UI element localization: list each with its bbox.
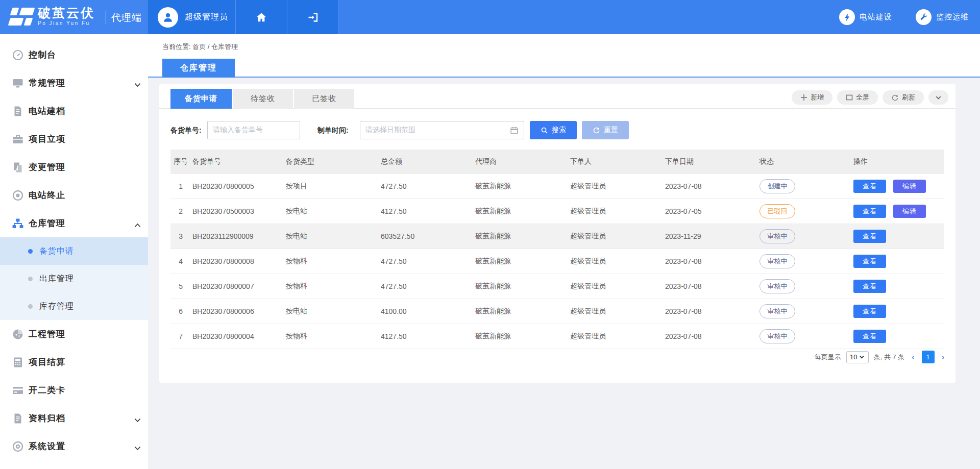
cell: 超级管理员 (567, 282, 662, 291)
username: 超级管理员 (185, 12, 228, 22)
stop-icon (12, 189, 24, 202)
tab-0[interactable]: 备货申请 (170, 89, 232, 109)
fullscreen-button[interactable]: 全屏 (837, 90, 878, 105)
col-header-2: 备货类型 (282, 157, 377, 166)
reset-icon (593, 127, 600, 134)
cell: 2023-07-08 (662, 282, 756, 290)
view-button[interactable]: 查看 (853, 180, 886, 193)
settings-icon (12, 440, 24, 453)
home-button[interactable] (235, 0, 287, 34)
chevron-down-icon (935, 94, 942, 101)
cell: 按物料 (282, 257, 377, 266)
cell: BH2023112900009 (189, 232, 282, 240)
cell: BH2023070800004 (189, 332, 282, 340)
nav-station-construction[interactable]: 电站建设 (839, 9, 892, 25)
reset-button[interactable]: 重置 (582, 121, 629, 139)
bolt-icon (839, 9, 855, 25)
topbar: 破茧云伏 Po Jian Yun Fu 代理端 超级管理员 电站建设 监控运维 (0, 0, 980, 34)
sidebar-item-7[interactable]: 工程管理 (0, 320, 148, 348)
table-row: 2BH2023070500003按电站4127.50破茧新能源超级管理员2023… (170, 199, 944, 224)
view-button[interactable]: 查看 (853, 205, 886, 218)
cell: BH2023070800008 (189, 257, 282, 265)
sidebar-item-9[interactable]: 开二类卡 (0, 376, 148, 404)
cell: 超级管理员 (567, 332, 662, 341)
briefcase-icon (12, 133, 24, 145)
dashboard-icon (12, 49, 24, 61)
view-button[interactable]: 查看 (853, 230, 886, 243)
cell: 超级管理员 (567, 232, 662, 241)
cell: 1 (170, 182, 189, 190)
nav-monitoring-ops[interactable]: 监控运维 (916, 9, 969, 25)
col-header-1: 备货单号 (189, 157, 282, 166)
submenu-item-1[interactable]: 出库管理 (0, 265, 148, 292)
table-header: 序号备货单号备货类型总金额代理商下单人下单日期状态操作 (170, 150, 944, 174)
per-page-select[interactable]: 10 (846, 351, 869, 363)
sidebar-item-11[interactable]: 系统设置 (0, 432, 148, 460)
cell: 按电站 (282, 207, 377, 216)
view-button[interactable]: 查看 (853, 255, 886, 268)
sidebar-item-5[interactable]: 电站终止 (0, 181, 148, 209)
search-button[interactable]: 搜索 (530, 121, 577, 139)
col-header-0: 序号 (170, 157, 189, 166)
sidebar-item-1[interactable]: 常规管理 (0, 69, 148, 97)
view-button[interactable]: 查看 (853, 280, 886, 293)
brand-subtitle: Po Jian Yun Fu (38, 20, 95, 26)
breadcrumb: 当前位置: 首页 / 仓库管理 (162, 42, 238, 52)
chevron-up-icon (134, 220, 141, 230)
cell: 破茧新能源 (472, 232, 567, 241)
order-no-input[interactable]: 请输入备货单号 (207, 121, 300, 139)
submenu-item-0[interactable]: 备货申请 (0, 237, 148, 265)
cell: 2 (170, 207, 189, 215)
tab-1[interactable]: 待签收 (233, 89, 293, 109)
cell: 破茧新能源 (472, 182, 567, 191)
cell: 4127.50 (377, 332, 472, 340)
sidebar-item-3[interactable]: 项目立项 (0, 125, 148, 153)
sidebar-item-2[interactable]: 电站建档 (0, 97, 148, 125)
user-menu[interactable]: 超级管理员 (148, 0, 235, 34)
cell: 4727.50 (377, 182, 472, 190)
next-page-icon[interactable]: › (940, 353, 946, 362)
chevron-down-icon (859, 354, 865, 360)
sidebar-item-6[interactable]: 仓库管理 (0, 209, 148, 237)
view-button[interactable]: 查看 (853, 330, 886, 343)
archive-icon (12, 412, 24, 425)
add-button[interactable]: 新增 (792, 90, 832, 105)
main-content: 当前位置: 首页 / 仓库管理 仓库管理 备货申请待签收已签收 新增 全屏 刷新… (148, 34, 980, 469)
cell: 2023-07-08 (662, 307, 756, 315)
home-icon (255, 11, 267, 23)
cell: 7 (170, 332, 189, 340)
cell: 4 (170, 257, 189, 265)
chevron-down-icon (134, 80, 141, 89)
collapse-button[interactable] (928, 90, 948, 105)
brand-divider (106, 11, 106, 24)
edit-button[interactable]: 编辑 (893, 205, 926, 218)
view-button[interactable]: 查看 (853, 305, 886, 318)
date-range-input[interactable]: 请选择日期范围 (360, 121, 524, 139)
edit-button[interactable]: 编辑 (893, 180, 926, 193)
per-page-label: 每页显示 (815, 353, 841, 362)
refresh-button[interactable]: 刷新 (883, 90, 924, 105)
tab-2[interactable]: 已签收 (294, 89, 354, 109)
sidebar-item-8[interactable]: 项目结算 (0, 348, 148, 376)
plus-icon (800, 94, 807, 101)
logout-button[interactable] (287, 0, 338, 34)
refresh-icon (891, 94, 899, 102)
breadcrumb-band: 当前位置: 首页 / 仓库管理 仓库管理 (148, 34, 980, 78)
prev-page-icon[interactable]: ‹ (910, 353, 916, 362)
pagination: 每页显示 10 条, 共 7 条 ‹ 1 › (815, 351, 946, 363)
order-no-label: 备货单号: (170, 121, 202, 139)
status-badge: 审核中 (760, 279, 795, 293)
sidebar-item-10[interactable]: 资料归档 (0, 404, 148, 432)
page-tab-warehouse[interactable]: 仓库管理 (162, 59, 235, 78)
page-1-button[interactable]: 1 (922, 351, 935, 363)
cell: 2023-07-08 (662, 182, 756, 190)
cell: 破茧新能源 (472, 332, 567, 341)
fullscreen-icon (846, 94, 853, 101)
cell: 破茧新能源 (472, 307, 567, 316)
table-row: 3BH2023112900009按电站603527.50破茧新能源超级管理员20… (170, 224, 944, 249)
cell: 按物料 (282, 332, 377, 341)
sidebar-item-4[interactable]: 变更管理 (0, 153, 148, 181)
status-badge: 审核中 (760, 329, 795, 343)
submenu-item-2[interactable]: 库存管理 (0, 292, 148, 320)
sidebar-item-0[interactable]: 控制台 (0, 41, 148, 69)
